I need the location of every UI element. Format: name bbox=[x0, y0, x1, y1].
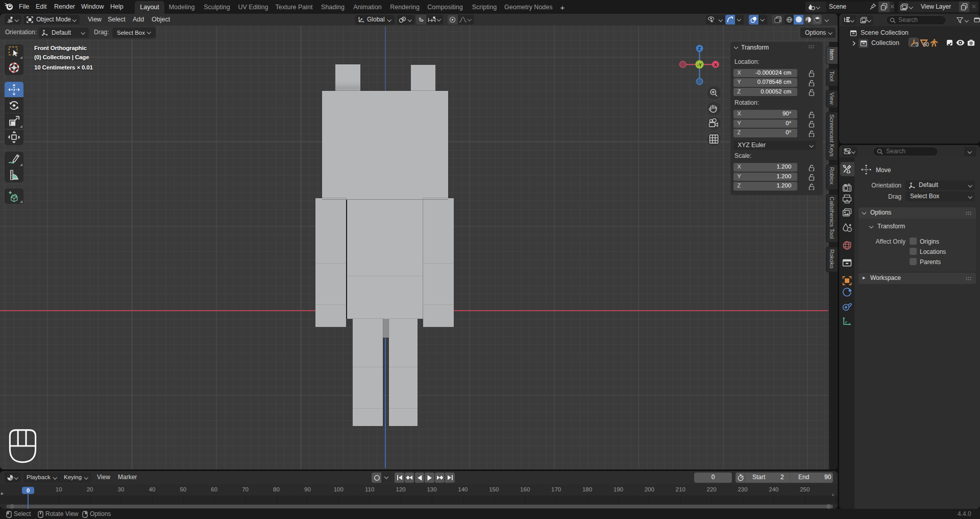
svg-text:X: X bbox=[714, 62, 718, 67]
svg-text:Z: Z bbox=[698, 45, 701, 51]
svg-text:-Y: -Y bbox=[697, 62, 702, 67]
